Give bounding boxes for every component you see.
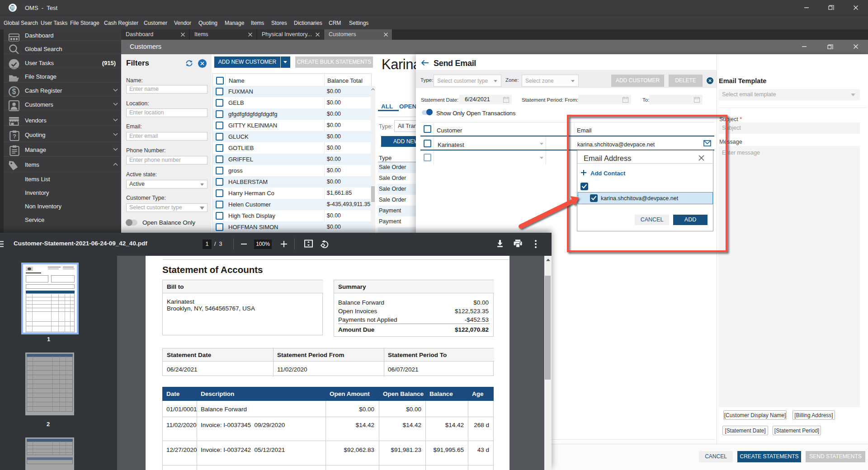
svg-text:$: $ [12, 88, 16, 95]
svg-text:?: ? [13, 133, 16, 140]
